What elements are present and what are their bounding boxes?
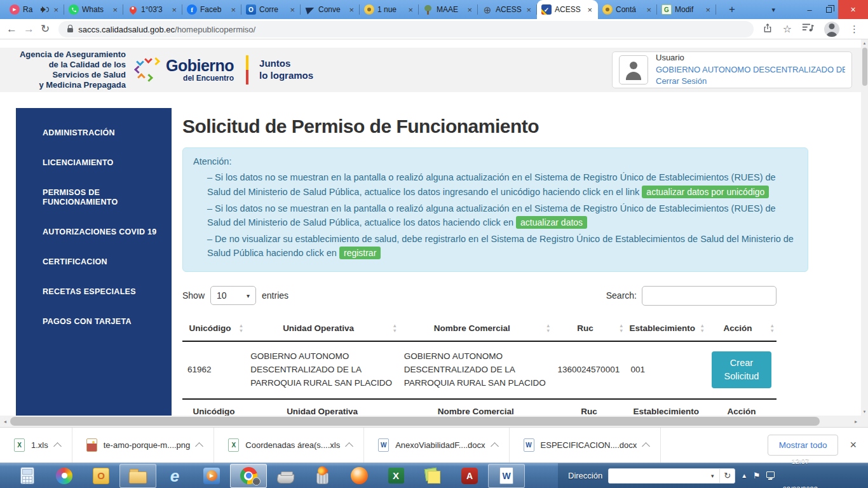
tab-maps[interactable]: 1°03'3 ×	[123, 0, 182, 19]
close-window-button[interactable]: ×	[838, 0, 868, 19]
taskbar-excel-icon[interactable]: X	[377, 464, 414, 488]
sidebar-item-licenciamiento[interactable]: LICENCIAMIENTO	[16, 148, 172, 178]
profile-avatar[interactable]	[824, 22, 839, 37]
taskbar-sticky-notes-icon[interactable]	[414, 464, 451, 488]
tab-close-icon[interactable]: ×	[229, 5, 237, 15]
column-header-establecimiento[interactable]: Establecimiento	[625, 316, 707, 341]
tab-whatsapp[interactable]: Whats ×	[64, 0, 123, 19]
tab-search-chevron-icon[interactable]: ▾	[771, 0, 775, 19]
download-item[interactable]: te-amo-porque-m....png	[72, 428, 215, 463]
vertical-scrollbar[interactable]: ▲ ▼	[861, 39, 868, 416]
network-icon[interactable]	[766, 471, 775, 478]
tray-expand-icon[interactable]: ▲	[741, 472, 747, 479]
refresh-icon[interactable]: ↻	[719, 469, 735, 483]
taskbar-explorer-icon[interactable]	[119, 464, 156, 488]
download-item[interactable]: W AnexoViabilidadF....docx	[364, 428, 509, 463]
tab-audio-icon[interactable]	[40, 6, 49, 13]
tab-close-icon[interactable]: ×	[525, 5, 532, 15]
sidebar-item-autorizaciones-covid[interactable]: AUTORIZACIONES COVID 19	[16, 217, 172, 247]
update-data-link[interactable]: actualizar datos	[516, 216, 587, 229]
sidebar-item-certificacion[interactable]: CERTIFICACION	[16, 247, 172, 277]
column-header-nombre-comercial[interactable]: Nombre Comercial	[399, 316, 553, 341]
download-item[interactable]: X 1.xls	[0, 428, 72, 463]
tab-gob-ec[interactable]: 1 nue ×	[360, 0, 419, 19]
share-icon[interactable]	[763, 23, 773, 36]
scroll-up-icon[interactable]: ▲	[861, 39, 868, 47]
taskbar-media-player-icon[interactable]: ▶	[193, 464, 230, 488]
search-input[interactable]	[642, 286, 776, 306]
tab-close-icon[interactable]: ×	[348, 5, 355, 15]
scroll-left-icon[interactable]: ◂	[0, 416, 10, 427]
tab-close-icon[interactable]: ×	[466, 5, 473, 15]
tab-close-icon[interactable]: ×	[52, 5, 60, 15]
column-header-unicodigo[interactable]: Unicódigo	[182, 316, 245, 341]
tab-outlook-mail[interactable]: O Corre ×	[241, 0, 301, 19]
back-button[interactable]: ←	[6, 24, 17, 34]
tab-close-icon[interactable]: ×	[170, 5, 178, 15]
taskbar-clock[interactable]: 12:07 02/03/2022	[783, 438, 818, 488]
chevron-up-icon[interactable]	[53, 442, 62, 451]
sidebar-item-administracion[interactable]: ADMINISTRACIÓN	[16, 118, 172, 148]
lock-icon[interactable]	[67, 28, 73, 32]
tab-facebook[interactable]: f Faceb ×	[182, 0, 241, 19]
download-item[interactable]: X Coordenadas área(s....xls	[214, 428, 364, 463]
logout-link[interactable]: Cerrar Sesión	[656, 76, 845, 88]
bookmark-star-icon[interactable]: ☆	[783, 23, 792, 35]
tab-close-icon[interactable]: ×	[407, 5, 414, 15]
chevron-up-icon[interactable]	[491, 442, 499, 451]
entries-select[interactable]: 10 ▾	[210, 286, 256, 305]
media-controls-icon[interactable]	[802, 23, 814, 35]
address-bar[interactable]: saccs.calidadsalud.gob.ec/homepublicoper…	[58, 21, 753, 37]
sidebar-item-recetas[interactable]: RECETAS ESPECIALES	[16, 277, 172, 307]
tab-converter[interactable]: Conve ×	[301, 0, 360, 19]
taskbar-scanner-icon[interactable]	[267, 464, 304, 488]
tab-close-icon[interactable]: ×	[645, 5, 653, 15]
taskbar-word-icon[interactable]: W	[488, 464, 525, 488]
restore-button[interactable]	[819, 0, 838, 19]
taskbar-acrobat-icon[interactable]: A	[451, 464, 488, 488]
tab-gad[interactable]: G Modif ×	[657, 0, 716, 19]
horizontal-scrollbar-thumb[interactable]	[10, 417, 820, 426]
reload-button[interactable]: ↻	[41, 24, 50, 34]
new-tab-button[interactable]: +	[725, 3, 739, 16]
register-link[interactable]: registrar	[339, 247, 381, 259]
tab-close-icon[interactable]: ×	[111, 5, 119, 15]
tab-radio[interactable]: ▶ Ra ×	[5, 0, 64, 19]
column-header-ruc[interactable]: Ruc	[553, 316, 626, 341]
user-name-link[interactable]: GOBIERNO AUTONOMO DESCENTRALIZADO DE LA …	[656, 64, 845, 76]
chevron-up-icon[interactable]	[195, 442, 203, 451]
download-item[interactable]: W ESPECIFICACION....docx	[510, 428, 661, 463]
update-by-unicode-link[interactable]: actualizar datos por unicódigo	[642, 186, 769, 198]
close-downloads-bar-icon[interactable]: ×	[850, 438, 857, 452]
scroll-down-icon[interactable]: ▼	[861, 408, 868, 416]
column-header-accion[interactable]: Acción	[707, 316, 776, 341]
action-center-flag-icon[interactable]: ⚑	[753, 471, 761, 480]
tab-close-icon[interactable]: ×	[288, 5, 296, 15]
tab-maae[interactable]: MAAE ×	[419, 0, 478, 19]
taskbar-chrome-icon[interactable]	[230, 464, 267, 488]
vertical-scrollbar-thumb[interactable]	[862, 48, 867, 86]
tab-acess-active[interactable]: ✓ ACESS ×	[537, 0, 598, 19]
column-header-unidad-operativa[interactable]: Unidad Operativa	[245, 316, 399, 341]
browser-menu-icon[interactable]: ⋮	[850, 24, 859, 35]
chevron-up-icon[interactable]	[642, 442, 650, 451]
forward-button[interactable]: →	[24, 24, 34, 34]
create-request-button[interactable]: Crear Solicitud	[712, 351, 771, 388]
taskbar-calculator-icon[interactable]	[9, 464, 46, 488]
taskbar-outlook-icon[interactable]: O	[83, 464, 119, 488]
tab-acess-globe[interactable]: ⊕ ACESS ×	[478, 0, 537, 19]
tab-close-icon[interactable]: ×	[586, 5, 593, 15]
taskbar-paint-icon[interactable]	[46, 464, 83, 488]
taskbar-firefox-icon[interactable]	[341, 464, 377, 488]
chevron-down-icon[interactable]: ▾	[705, 469, 719, 483]
tab-close-icon[interactable]: ×	[704, 5, 712, 15]
address-toolbar-combobox[interactable]: ▾ ↻	[608, 468, 735, 484]
sidebar-item-permisos[interactable]: PERMISOS DE FUNCIONAMIENTO	[16, 178, 172, 217]
chevron-up-icon[interactable]	[345, 442, 353, 451]
minimize-button[interactable]: –	[800, 0, 819, 19]
tab-contabilidad[interactable]: Contá ×	[598, 0, 657, 19]
taskbar-burn-bin-icon[interactable]	[304, 464, 341, 488]
taskbar-internet-explorer-icon[interactable]: e	[156, 464, 193, 488]
address-toolbar-input[interactable]	[609, 469, 705, 483]
horizontal-scrollbar[interactable]: ◂ ▸	[0, 416, 861, 427]
